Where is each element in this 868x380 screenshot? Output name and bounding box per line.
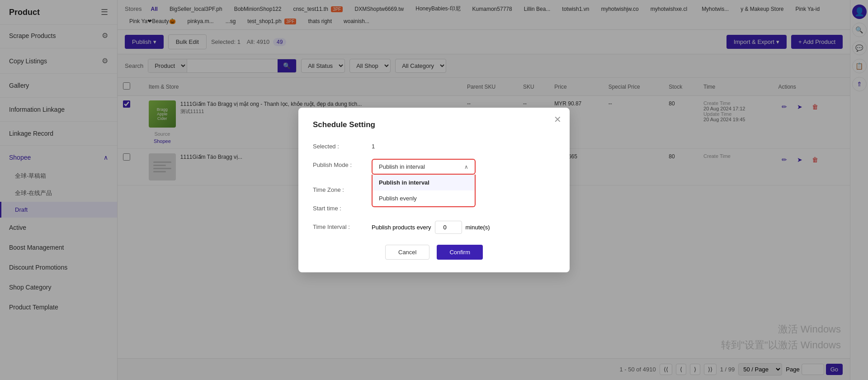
time-interval-label: Time Interval : bbox=[313, 221, 372, 230]
confirm-button[interactable]: Confirm bbox=[437, 245, 483, 260]
modal-close-button[interactable]: ✕ bbox=[554, 115, 561, 124]
time-interval-input[interactable] bbox=[435, 221, 462, 234]
dropdown-item-publish-evenly[interactable]: Publish evenly bbox=[373, 190, 475, 206]
publish-mode-value: Publish in interval bbox=[379, 163, 425, 170]
time-interval-input-row: Publish products every minute(s) bbox=[372, 221, 555, 234]
time-interval-text: Publish products every bbox=[372, 224, 431, 231]
timezone-label: Time Zone : bbox=[313, 184, 372, 193]
dropdown-item-publish-interval[interactable]: Publish in interval bbox=[373, 175, 475, 190]
start-time-label: Start time : bbox=[313, 202, 372, 212]
cancel-button[interactable]: Cancel bbox=[385, 245, 429, 260]
modal-overlay: Schedule Setting ✕ Selected : 1 Publish … bbox=[0, 0, 868, 380]
publish-mode-label: Publish Mode : bbox=[313, 159, 372, 168]
time-interval-unit: minute(s) bbox=[466, 224, 490, 231]
selected-label: Selected : bbox=[313, 140, 372, 150]
publish-mode-row: Publish Mode : Publish in interval ∧ Pub… bbox=[313, 159, 555, 175]
selected-value: 1 bbox=[372, 140, 555, 150]
modal-title: Schedule Setting bbox=[313, 120, 555, 129]
publish-mode-dropdown[interactable]: Publish in interval ∧ bbox=[372, 159, 476, 175]
schedule-setting-modal: Schedule Setting ✕ Selected : 1 Publish … bbox=[298, 108, 570, 272]
publish-mode-dropdown-wrap: Publish in interval ∧ Publish in interva… bbox=[372, 159, 555, 175]
time-interval-row: Time Interval : Publish products every m… bbox=[313, 221, 555, 234]
chevron-up-icon-3: ∧ bbox=[464, 164, 468, 170]
modal-footer: Cancel Confirm bbox=[313, 245, 555, 260]
publish-mode-menu: Publish in interval Publish evenly bbox=[372, 175, 476, 207]
selected-row: Selected : 1 bbox=[313, 140, 555, 150]
